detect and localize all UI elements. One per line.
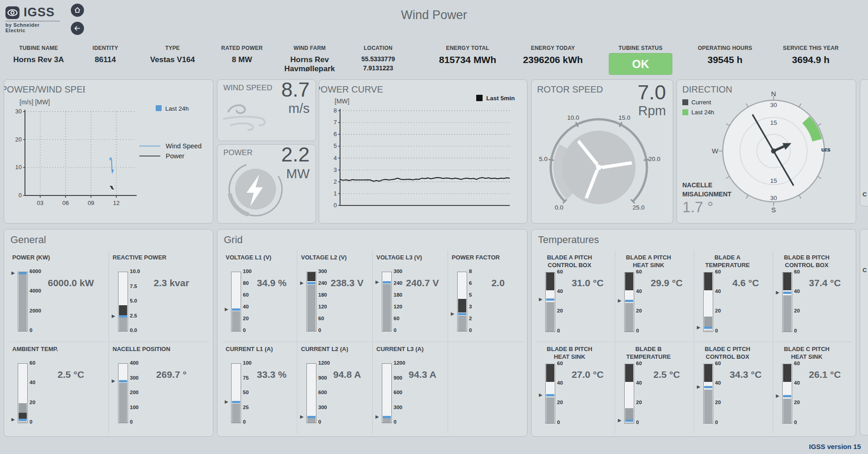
svg-text:10.0: 10.0 bbox=[567, 114, 579, 121]
home-icon bbox=[74, 7, 81, 14]
gauge-blade-a-pitch-control-box: BLADE A PITCHCONTROL BOX▶020406031.0 °C bbox=[536, 250, 615, 342]
gauge-tick-label: 25 bbox=[243, 405, 249, 410]
gauge-tick-label: 20 bbox=[557, 400, 563, 405]
gauge-label: CURRENT L3 (A) bbox=[376, 346, 446, 361]
gauge-track bbox=[18, 363, 28, 423]
gauge-value: 2.3 kvar bbox=[135, 278, 207, 288]
gauge-tick-label: 0 bbox=[636, 420, 639, 425]
gauge-alarm-band bbox=[546, 273, 554, 290]
gauge-value: 240.7 V bbox=[399, 278, 446, 288]
svg-text:30: 30 bbox=[770, 102, 777, 108]
gauge-tick-label: 60 bbox=[636, 361, 642, 366]
gauge-alarm-band bbox=[307, 272, 316, 281]
gauge-tick-label: 300 bbox=[318, 405, 327, 410]
gauge-tick-label: 0.0 bbox=[130, 327, 137, 333]
gauge-tick-label: 2000 bbox=[30, 308, 41, 313]
gauge-tick-label: 40 bbox=[30, 380, 35, 385]
gauge-tick-label: 60 bbox=[557, 269, 563, 274]
svg-text:20.0: 20.0 bbox=[648, 156, 660, 162]
gauge-tick-label: 40 bbox=[557, 380, 563, 386]
gauge-value: 6000.0 kW bbox=[35, 278, 107, 288]
svg-text:2: 2 bbox=[334, 178, 337, 185]
header-field-label: LOCATION bbox=[335, 45, 421, 51]
gauge-voltage-l3-v: VOLTAGE L3 (V)▶060120180240300240.7 V bbox=[373, 250, 448, 342]
gauge-value: 29.9 °C bbox=[641, 278, 692, 288]
svg-text:15: 15 bbox=[770, 177, 777, 184]
turbine-status-button[interactable]: OK bbox=[609, 53, 672, 75]
home-button[interactable] bbox=[71, 4, 84, 17]
svg-text:25.0: 25.0 bbox=[633, 204, 645, 211]
back-arrow-icon bbox=[74, 25, 81, 31]
gauge-power-factor: POWER FACTOR▶0235682.0 bbox=[448, 250, 523, 342]
header-field-label: OPERATING HOURS bbox=[682, 45, 768, 51]
temperatures-section: Temperatures BLADE A PITCHCONTROL BOX▶02… bbox=[531, 229, 856, 437]
gauge-setpoint-marker bbox=[546, 298, 554, 301]
gauge-tick-label: 2 bbox=[469, 316, 472, 321]
gauge-tick-label: 40 bbox=[715, 288, 721, 294]
svg-text:8: 8 bbox=[334, 107, 337, 114]
gauge-tick-label: 0 bbox=[130, 419, 133, 425]
gauge-segment bbox=[625, 408, 633, 420]
gauge-track bbox=[118, 363, 128, 423]
gauge-tick-label: 50 bbox=[243, 390, 249, 395]
svg-text:0: 0 bbox=[334, 202, 337, 209]
gauge-label: AMBIENT TEMP. bbox=[12, 346, 107, 361]
gauge-value: 34.3 °C bbox=[720, 369, 771, 380]
gauge-tick-label: 600 bbox=[318, 390, 327, 395]
gauge-setpoint-marker bbox=[625, 300, 633, 302]
gauge-tick-label: 300 bbox=[394, 268, 402, 274]
gauge-track bbox=[703, 364, 713, 424]
header-field-tubine-status: TUBINE STATUSOK bbox=[597, 45, 684, 79]
gauge-alarm-band bbox=[625, 273, 633, 290]
gauge-fill bbox=[783, 399, 791, 423]
gauge-value: 2.5 °C bbox=[35, 369, 107, 380]
svg-text:[m/s] [MW]: [m/s] [MW] bbox=[20, 98, 50, 106]
header-field-energy-today: ENERGY TODAY2396206 kWh bbox=[510, 45, 596, 79]
gauge-value: 238.3 V bbox=[324, 278, 370, 288]
gauge-tick-label: 75 bbox=[243, 375, 249, 381]
svg-text:N: N bbox=[771, 90, 776, 98]
gauge-pointer-icon: ▶ bbox=[300, 280, 304, 285]
gauge-track bbox=[306, 272, 316, 332]
gauge-value: 2.5 °C bbox=[641, 369, 692, 380]
gauge-fill bbox=[307, 418, 316, 423]
header-field-location: LOCATION55.53337797.9131223 bbox=[335, 45, 421, 79]
gauge-tick-label: 100 bbox=[130, 405, 138, 410]
gauge-alarm-band bbox=[704, 273, 712, 290]
gauge-tick-label: 20 bbox=[243, 316, 249, 321]
gauge-tick-label: 20 bbox=[715, 308, 721, 313]
igss-logo: IGSS by Schneider Electric bbox=[5, 5, 60, 34]
gauge-label: REACTIVE POWER bbox=[113, 254, 207, 269]
gauge-track bbox=[782, 272, 792, 332]
cutoff-text: C bbox=[863, 191, 867, 198]
gauge-tick-label: 80 bbox=[243, 280, 249, 286]
gauge-tick-label: 0 bbox=[794, 420, 797, 425]
gauge-tick-label: 600 bbox=[394, 390, 402, 395]
gauge-alarm-band bbox=[458, 299, 466, 312]
gauge-tick-label: 5 bbox=[469, 292, 472, 298]
gauge-pointer-icon: ▶ bbox=[697, 384, 700, 389]
gauge-blade-a-pitch-heat-sink: BLADE A PITCHHEAT SINK▶020406029.9 °C bbox=[615, 250, 694, 342]
svg-text:S: S bbox=[771, 206, 776, 214]
igss-version-text: IGSS version 15 bbox=[809, 443, 868, 450]
gauge-pointer-icon: ▶ bbox=[776, 290, 779, 295]
gauge-tick-label: 40 bbox=[243, 304, 249, 309]
power-wind-speed-panel: POWER/WIND SPEED [m/s] [MW]0102030030609… bbox=[4, 79, 213, 224]
gauge-pointer-icon: ▶ bbox=[11, 270, 15, 275]
gauge-tick-label: 20 bbox=[636, 308, 642, 313]
gauge-tick-label: 4000 bbox=[30, 288, 41, 293]
logo-title: IGSS bbox=[24, 5, 55, 20]
gauge-tick-label: 3 bbox=[469, 304, 472, 309]
gauge-pointer-icon: ▶ bbox=[11, 417, 15, 422]
temperature-gauges: BLADE A PITCHCONTROL BOX▶020406031.0 °CB… bbox=[536, 250, 852, 434]
back-button[interactable] bbox=[71, 22, 84, 35]
gauge-label: NACELLE POSITION bbox=[113, 346, 207, 361]
gauge-current-l2-a: CURRENT L2 (A)▶0300600900120094.8 A bbox=[297, 342, 373, 434]
gauge-label: BLADE BTEMPERATURE bbox=[619, 346, 692, 361]
empty-gauge-slot bbox=[448, 342, 523, 434]
svg-text:06: 06 bbox=[62, 200, 69, 206]
gauge-tick-label: 0 bbox=[394, 419, 396, 425]
gauge-setpoint-marker bbox=[119, 380, 127, 382]
gauge-segment bbox=[625, 422, 633, 423]
header-field-service-this-year: SERVICE THIS YEAR3694.9 h bbox=[768, 45, 854, 79]
